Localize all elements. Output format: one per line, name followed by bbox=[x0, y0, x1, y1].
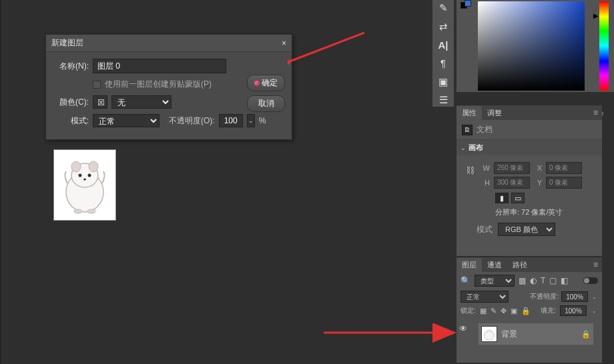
color-field[interactable] bbox=[478, 1, 585, 91]
y-label: Y bbox=[534, 179, 542, 187]
canvas-workspace: 新建图层 × 名称(N): 使用前一图层创建剪贴蒙版(P) 颜色(C): ☒ 无… bbox=[0, 0, 427, 364]
lock-position-icon[interactable]: ✥ bbox=[501, 307, 507, 315]
color-label: 颜色(C): bbox=[54, 97, 89, 108]
lock-all-icon[interactable]: 🔒 bbox=[521, 307, 531, 315]
chevron-down-icon: ⌄ bbox=[460, 145, 466, 151]
svg-point-13 bbox=[485, 331, 495, 341]
svg-line-10 bbox=[292, 33, 364, 61]
paragraph-icon[interactable]: ¶ bbox=[436, 57, 450, 70]
color-swatch[interactable]: ☒ bbox=[93, 95, 107, 109]
sliders-icon[interactable]: ⇄ bbox=[436, 20, 450, 33]
hue-slider[interactable] bbox=[599, 1, 609, 91]
panel-menu-icon[interactable]: ≡ bbox=[589, 260, 602, 269]
filter-toggle[interactable] bbox=[583, 277, 598, 284]
color-picker-panel: ▶ bbox=[456, 0, 614, 92]
fill-label: 填充: bbox=[541, 306, 556, 315]
document-type-label: 文档 bbox=[477, 124, 493, 135]
opacity-input[interactable] bbox=[219, 114, 243, 127]
lock-label: 锁定: bbox=[460, 306, 476, 315]
layer-blend-select[interactable]: 正常 bbox=[460, 291, 509, 303]
right-tool-strip: ✎ ⇄ A| ¶ ▣ ☰ bbox=[432, 0, 454, 107]
svg-point-2 bbox=[71, 161, 81, 172]
dialog-title-text: 新建图层 bbox=[51, 37, 83, 49]
opacity-caret-icon[interactable]: ⌄ bbox=[247, 114, 255, 127]
svg-point-14 bbox=[486, 331, 489, 333]
document-icon: 🗎 bbox=[462, 125, 473, 135]
canvas-section-header[interactable]: ⌄ 画布 bbox=[456, 140, 602, 155]
tab-paths[interactable]: 路径 bbox=[507, 258, 533, 272]
tab-properties[interactable]: 属性 bbox=[456, 106, 482, 120]
cancel-button[interactable]: 取消 bbox=[247, 95, 285, 112]
svg-point-5 bbox=[88, 173, 91, 177]
ok-button[interactable]: 确定 bbox=[247, 75, 285, 91]
layer-filter-select[interactable]: 类型 bbox=[475, 275, 515, 287]
height-label: H bbox=[482, 179, 490, 187]
chevron-down-icon[interactable]: ⌄ bbox=[591, 294, 598, 300]
character-icon[interactable]: A| bbox=[436, 38, 450, 51]
color-select[interactable]: 无 bbox=[111, 95, 172, 109]
layer-opacity-input[interactable]: 100% bbox=[561, 291, 588, 302]
annotation-arrow-2 bbox=[321, 323, 461, 343]
image-icon[interactable]: ▣ bbox=[436, 75, 450, 89]
layers-panel: 图层 通道 路径 ≡ 🔍 类型 ▦ ◐ T ▢ ◧ 正常 不透明度: 100% … bbox=[456, 257, 602, 363]
tab-channels[interactable]: 通道 bbox=[482, 258, 507, 272]
layer-name-label: 背景 bbox=[501, 329, 517, 340]
y-input[interactable] bbox=[546, 177, 582, 189]
width-label: W bbox=[482, 164, 490, 172]
lock-pixels-icon[interactable]: ✎ bbox=[491, 307, 497, 315]
layer-opacity-label: 不透明度: bbox=[530, 292, 559, 301]
link-wh-icon[interactable]: ⛓ bbox=[466, 165, 475, 175]
search-icon[interactable]: 🔍 bbox=[460, 276, 471, 285]
name-label: 名称(N): bbox=[54, 61, 89, 72]
properties-panel: 属性 调整 ≡ 🗎 文档 ⌄ 画布 W X H Y ▮ ▭ 分辨率: 72 像素… bbox=[456, 105, 602, 256]
lock-icon[interactable]: 🔒 bbox=[581, 330, 591, 339]
mode-label: 模式: bbox=[54, 115, 89, 127]
width-input[interactable] bbox=[494, 162, 530, 174]
dialog-close-icon[interactable]: × bbox=[282, 39, 286, 48]
chevron-down-icon[interactable]: ⌄ bbox=[591, 308, 598, 314]
x-label: X bbox=[534, 164, 542, 172]
filter-pixel-icon[interactable]: ▦ bbox=[519, 276, 526, 285]
filter-smart-icon[interactable]: ◧ bbox=[561, 276, 568, 285]
document-thumbnail bbox=[53, 149, 116, 221]
blend-mode-select[interactable]: 正常 bbox=[93, 114, 160, 127]
layer-thumbnail bbox=[481, 326, 497, 342]
foreground-background-swatch[interactable] bbox=[460, 1, 475, 11]
svg-point-8 bbox=[87, 209, 95, 213]
x-input[interactable] bbox=[546, 162, 582, 174]
notes-icon[interactable]: ☰ bbox=[436, 93, 450, 107]
layer-row-background[interactable]: 背景 🔒 bbox=[478, 323, 594, 345]
filter-adjust-icon[interactable]: ◐ bbox=[530, 276, 537, 285]
height-input[interactable] bbox=[494, 177, 530, 189]
filter-text-icon[interactable]: T bbox=[541, 276, 545, 285]
lock-artboard-icon[interactable]: ▣ bbox=[511, 307, 517, 315]
new-layer-dialog: 新建图层 × 名称(N): 使用前一图层创建剪贴蒙版(P) 颜色(C): ☒ 无… bbox=[45, 34, 292, 140]
color-mode-select[interactable]: RGB 颜色 bbox=[498, 223, 555, 236]
landscape-button[interactable]: ▭ bbox=[511, 193, 525, 203]
clip-mask-checkbox[interactable] bbox=[93, 81, 101, 89]
color-mode-label: 模式 bbox=[477, 224, 493, 235]
annotation-arrow-1 bbox=[288, 30, 368, 67]
brush-settings-icon[interactable]: ✎ bbox=[436, 1, 450, 15]
portrait-button[interactable]: ▮ bbox=[495, 193, 509, 203]
resolution-label: 分辨率: 72 像素/英寸 bbox=[495, 207, 595, 217]
svg-point-3 bbox=[89, 161, 98, 172]
layer-name-input[interactable] bbox=[93, 59, 226, 73]
visibility-eye-icon[interactable]: 👁 bbox=[459, 324, 467, 333]
tab-layers[interactable]: 图层 bbox=[456, 258, 482, 272]
svg-point-4 bbox=[79, 173, 82, 177]
filter-shape-icon[interactable]: ▢ bbox=[549, 276, 557, 285]
svg-point-7 bbox=[74, 209, 82, 213]
fill-input[interactable]: 100% bbox=[560, 305, 587, 316]
tab-adjustments[interactable]: 调整 bbox=[482, 106, 507, 120]
opacity-label: 不透明度(O): bbox=[169, 115, 215, 127]
panel-menu-icon[interactable]: ≡ bbox=[589, 108, 602, 117]
svg-point-6 bbox=[83, 178, 86, 180]
svg-point-15 bbox=[490, 331, 493, 333]
percent-label: % bbox=[259, 116, 266, 125]
lock-transparency-icon[interactable]: ▦ bbox=[480, 307, 487, 315]
hue-indicator-icon: ▶ bbox=[593, 12, 599, 19]
clip-mask-label: 使用前一图层创建剪贴蒙版(P) bbox=[105, 79, 212, 90]
